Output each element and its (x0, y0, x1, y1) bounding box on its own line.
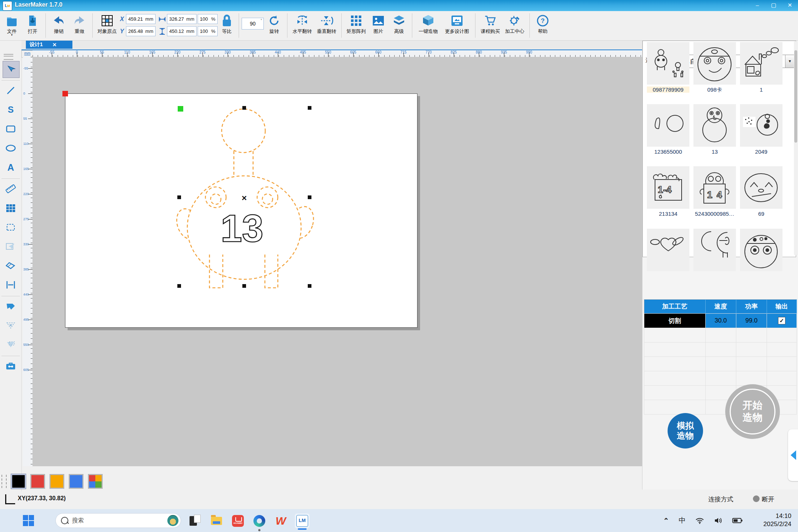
gallery-item-label[interactable]: 098卡 (693, 86, 736, 93)
weld-tool[interactable] (3, 317, 19, 334)
text-tool[interactable]: A (3, 159, 19, 175)
page-origin-handle[interactable] (62, 91, 68, 96)
gallery-item-label[interactable]: 0987789909 (647, 86, 689, 93)
course-store-button[interactable]: 课程购买 (478, 13, 502, 34)
selection-handle-bottomleft[interactable] (177, 284, 181, 288)
selection-handle-left[interactable] (177, 195, 181, 199)
gallery-item[interactable] (693, 229, 736, 257)
speed-cell[interactable]: 30.0 (705, 314, 736, 328)
object-origin-button[interactable]: 对象原点 (95, 13, 119, 34)
more-designs-button[interactable]: 更多设计图 (441, 13, 473, 34)
fill-tool[interactable] (3, 298, 19, 314)
gallery-scrollbar[interactable] (794, 41, 796, 255)
tray-chevron-icon[interactable]: ⌃ (663, 516, 669, 525)
gallery-item[interactable] (740, 42, 782, 85)
output-checkbox[interactable]: ✓ (778, 317, 785, 324)
close-button[interactable]: ✕ (782, 0, 798, 11)
flip-horizontal-button[interactable]: 水平翻转 (290, 13, 314, 34)
select-tool[interactable] (3, 61, 20, 78)
taskbar-app-lasermaker[interactable]: LM (295, 514, 310, 528)
gallery-item[interactable] (693, 42, 736, 85)
open-button[interactable]: 打开 (22, 13, 43, 34)
gallery-item[interactable] (740, 166, 782, 209)
taskbar-app-edge[interactable] (252, 514, 267, 528)
selection-handle-topleft[interactable] (178, 106, 183, 112)
height-field[interactable]: 450.12mm (167, 26, 197, 36)
volume-icon[interactable] (714, 517, 723, 524)
gallery-item[interactable]: 1-4 (647, 166, 689, 209)
rectangle-tool[interactable] (3, 121, 19, 137)
scale-h-field[interactable]: 100% (198, 26, 218, 36)
rotate-button[interactable]: 旋转 (264, 13, 284, 34)
color-swatch-multi[interactable] (88, 474, 103, 489)
selection-handle-bottom[interactable] (242, 284, 246, 288)
ellipse-tool[interactable] (3, 140, 19, 156)
palette-grip[interactable] (1, 475, 7, 488)
taskbar-app-huawei-store[interactable]: HUAWEI (231, 514, 245, 528)
tab-close-icon[interactable]: ✕ (52, 42, 57, 48)
connection-mode-label[interactable]: 连接方式 (708, 495, 733, 504)
align-distribute-tool[interactable] (3, 277, 19, 293)
one-key-create-button[interactable]: 一键造物 (415, 13, 441, 34)
rotate-angle-field[interactable]: 90° (242, 18, 264, 30)
gallery-item[interactable] (740, 229, 782, 257)
x-position-field[interactable]: 459.21mm (126, 14, 156, 24)
rect-array-button[interactable]: 矩形阵列 (344, 13, 368, 34)
measure-tool[interactable] (3, 181, 19, 197)
undo-button[interactable]: 撤销 (48, 13, 69, 34)
taskbar-app-explorer[interactable] (209, 514, 224, 528)
gallery-item-label[interactable]: 213134 (647, 211, 689, 217)
advanced-button[interactable]: 高级 (389, 13, 409, 34)
gallery-item[interactable] (740, 104, 782, 147)
scale-w-field[interactable]: 100% (198, 14, 218, 24)
process-row-cut[interactable]: 切割 30.0 99.0 ✓ (644, 314, 797, 328)
crop-tool[interactable] (3, 219, 19, 235)
dropdown-arrow-icon[interactable]: ▼ (785, 55, 794, 68)
spline-tool[interactable]: S (3, 102, 19, 118)
toolstrip-grip[interactable] (4, 54, 13, 60)
work-center-button[interactable]: 加工中心 (502, 13, 527, 34)
gallery-item[interactable] (693, 104, 736, 147)
line-tool[interactable] (3, 82, 19, 99)
grid-tool[interactable] (3, 200, 19, 216)
color-swatch-orange[interactable] (50, 474, 64, 489)
minimize-button[interactable]: – (749, 0, 765, 11)
gallery-item-label[interactable]: 1 (740, 86, 782, 93)
help-button[interactable]: ? 帮助 (532, 13, 553, 34)
gallery-item[interactable] (647, 229, 689, 257)
color-swatch-red[interactable] (30, 474, 45, 489)
lock-ratio-button[interactable]: 等比 (218, 13, 236, 34)
gallery-item-label[interactable]: 69 (740, 211, 782, 217)
file-button[interactable]: 文件 ▼ (1, 13, 22, 36)
taskbar-app-task-view[interactable] (188, 514, 202, 528)
selection-handle-topright[interactable] (308, 106, 311, 110)
taskbar-search[interactable]: 搜索 (55, 513, 181, 528)
y-position-field[interactable]: 265.48mm (126, 26, 156, 36)
ime-indicator[interactable]: 中 (679, 516, 686, 525)
selection-handle-bottomright[interactable] (308, 284, 311, 288)
flip-vertical-button[interactable]: 垂直翻转 (314, 13, 339, 34)
start-button-windows[interactable] (23, 515, 34, 526)
eraser-tool[interactable] (3, 258, 19, 274)
wifi-icon[interactable] (695, 517, 704, 524)
redo-button[interactable]: 重做 (69, 13, 90, 34)
width-field[interactable]: 326.27mm (167, 14, 197, 24)
power-cell[interactable]: 99.0 (736, 314, 767, 328)
gallery-item[interactable] (647, 42, 689, 85)
color-swatch-blue[interactable] (69, 474, 83, 489)
selection-handle-top[interactable] (242, 106, 246, 110)
edit-node-tool[interactable] (3, 238, 19, 255)
output-cell[interactable]: ✓ (767, 314, 797, 328)
start-button[interactable]: 开始 造物 (725, 384, 780, 439)
gallery-item-label[interactable]: 123655000 (647, 149, 689, 155)
taskbar-clock[interactable]: 14:10 2025/2/24 (763, 512, 791, 528)
gallery-item[interactable] (647, 104, 689, 147)
panel-collapse-button[interactable] (788, 429, 798, 481)
tab-design1[interactable]: 设计1 ✕ (26, 41, 72, 49)
image-button[interactable]: 图片 (368, 13, 389, 34)
selection-handle-right[interactable] (308, 195, 311, 199)
gallery-item-label[interactable]: 52430000985… (693, 211, 736, 217)
simulate-button[interactable]: 模拟 造物 (668, 413, 703, 449)
trim-tool[interactable] (3, 337, 19, 353)
toolbox-tool[interactable] (3, 358, 19, 374)
